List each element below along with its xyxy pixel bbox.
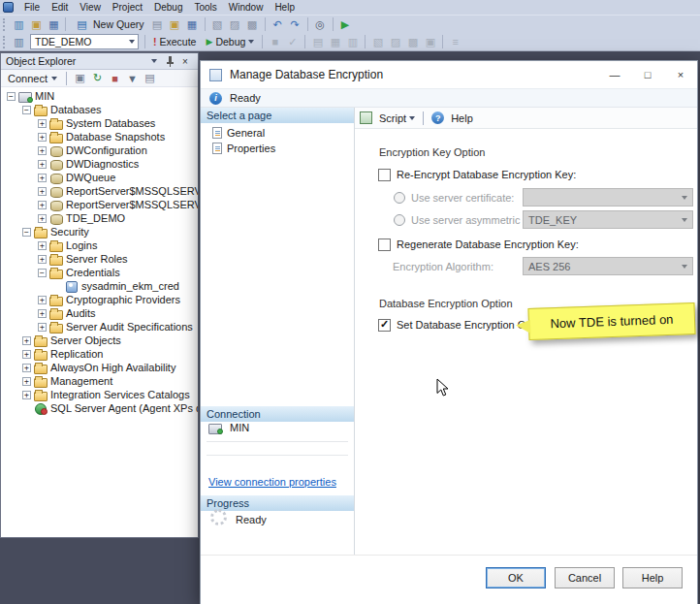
tree-item-min[interactable]: −MIN <box>1 89 198 103</box>
expand-icon[interactable]: + <box>38 146 47 155</box>
tree-item-credentials[interactable]: −Credentials <box>1 266 198 279</box>
results-grid-icon[interactable]: ▦ <box>327 34 343 49</box>
indent-icon[interactable]: ▩ <box>404 34 421 49</box>
collapse-icon[interactable]: − <box>22 228 31 237</box>
expand-icon[interactable]: + <box>38 309 47 318</box>
save-icon[interactable]: ▦ <box>46 16 62 32</box>
tree-item-dwqueue[interactable]: +DWQueue <box>1 171 198 184</box>
stop-icon[interactable]: ■ <box>107 71 123 86</box>
help-button[interactable]: Help <box>622 567 683 588</box>
help-toolbar-button[interactable]: Help <box>427 111 478 125</box>
outdent-icon[interactable]: ▣ <box>422 34 438 49</box>
expand-icon[interactable]: + <box>38 119 47 128</box>
page-item-general[interactable]: General <box>212 127 265 139</box>
tree-item-reportserver-mssqlserver[interactable]: +ReportServer$MSSQLSERVER <box>1 184 198 198</box>
toolbar-grip[interactable] <box>3 36 7 48</box>
tree-item-cryptographic-providers[interactable]: +Cryptographic Providers <box>1 293 198 306</box>
cancel-button[interactable]: Cancel <box>555 567 615 588</box>
find-icon[interactable]: ◎ <box>312 16 329 32</box>
paste-icon[interactable]: ▩ <box>244 16 261 32</box>
tree-item-databases[interactable]: −Databases <box>1 103 198 116</box>
page-item-properties[interactable]: Properties <box>212 143 275 154</box>
menu-file[interactable]: File <box>18 1 46 14</box>
available-databases-combo[interactable]: TDE_DEMO <box>30 34 139 49</box>
expand-icon[interactable]: + <box>38 241 47 250</box>
menu-tools[interactable]: Tools <box>188 1 222 14</box>
tree-item-security[interactable]: −Security <box>1 225 198 238</box>
expand-icon[interactable]: + <box>22 391 31 399</box>
view-connection-properties-link[interactable]: View connection properties <box>208 476 336 488</box>
tree-item-dwconfiguration[interactable]: +DWConfiguration <box>1 143 198 157</box>
tree-item-server-roles[interactable]: +Server Roles <box>1 252 198 266</box>
tree-item-integration-services-catalogs[interactable]: +Integration Services Catalogs <box>1 388 198 401</box>
refresh-icon[interactable]: ↻ <box>89 71 106 86</box>
debug-button[interactable]: ▶ Debug <box>201 35 259 48</box>
copy-icon[interactable]: ▨ <box>227 16 243 32</box>
ok-button[interactable]: OK <box>486 567 546 588</box>
expand-icon[interactable]: + <box>22 377 31 386</box>
redo-icon[interactable]: ↷ <box>287 16 303 32</box>
connect-button[interactable]: Connect <box>4 73 61 84</box>
cut-icon[interactable]: ▧ <box>209 16 226 32</box>
menu-window[interactable]: Window <box>223 1 270 14</box>
tree-item-database-snapshots[interactable]: +Database Snapshots <box>1 130 198 143</box>
open-project-icon[interactable]: ▥ <box>11 16 27 32</box>
parse-icon[interactable]: ✓ <box>284 34 301 49</box>
expand-icon[interactable]: + <box>38 255 47 264</box>
disconnect-icon[interactable]: ▣ <box>72 71 88 86</box>
tree-item-dwdiagnostics[interactable]: +DWDiagnostics <box>1 157 198 171</box>
close-button[interactable]: × <box>664 61 697 88</box>
dialog-titlebar[interactable]: Manage Database Encryption — □ × <box>201 61 697 88</box>
new-query-button[interactable]: ▤ New Query <box>69 16 149 33</box>
results-text-icon[interactable]: ▤ <box>309 34 326 49</box>
new-item-icon[interactable]: ▤ <box>149 16 166 32</box>
menu-edit[interactable]: Edit <box>46 1 74 14</box>
collapse-icon[interactable]: − <box>38 269 47 277</box>
expand-icon[interactable]: + <box>38 296 47 304</box>
query-options-icon[interactable]: ≡ <box>447 34 463 49</box>
report-icon[interactable]: ▤ <box>142 71 158 86</box>
menu-debug[interactable]: Debug <box>148 1 188 14</box>
tree-item-server-audit-specifications[interactable]: +Server Audit Specifications <box>1 320 198 334</box>
pin-button[interactable] <box>162 54 177 68</box>
expand-icon[interactable]: + <box>22 350 31 359</box>
tree-item-logins[interactable]: +Logins <box>1 238 198 252</box>
tree-item-alwayson-high-availability[interactable]: +AlwaysOn High Availability <box>1 361 198 374</box>
uncomment-icon[interactable]: ▨ <box>387 34 403 49</box>
tree-item-replication[interactable]: +Replication <box>1 347 198 361</box>
regenerate-key-checkbox[interactable] <box>378 238 391 251</box>
expand-icon[interactable]: + <box>38 187 47 196</box>
open-file-icon[interactable]: ▣ <box>28 16 45 32</box>
expand-icon[interactable]: + <box>38 174 47 182</box>
save-all-icon[interactable]: ▦ <box>184 16 201 32</box>
tree-item-sysadmin-ekm-cred[interactable]: sysadmin_ekm_cred <box>1 279 198 293</box>
expand-icon[interactable]: + <box>38 160 47 169</box>
maximize-button[interactable]: □ <box>631 61 664 88</box>
collapse-icon[interactable]: − <box>7 92 16 101</box>
tree-item-tde-demo[interactable]: +TDE_DEMO <box>1 211 198 225</box>
menu-project[interactable]: Project <box>107 1 148 14</box>
collapse-icon[interactable]: − <box>22 106 31 114</box>
expand-icon[interactable]: + <box>38 214 47 223</box>
available-databases-icon[interactable]: ▥ <box>11 34 27 49</box>
set-database-encryption-on-checkbox[interactable] <box>378 319 391 332</box>
minimize-button[interactable]: — <box>598 61 631 88</box>
comment-icon[interactable]: ▧ <box>369 34 386 49</box>
tree-item-reportserver-mssqlservertempdb[interactable]: +ReportServer$MSSQLSERVERTempDB <box>1 198 198 211</box>
script-button[interactable]: Script <box>355 111 420 125</box>
expand-icon[interactable]: + <box>38 201 47 209</box>
results-file-icon[interactable]: ▥ <box>344 34 361 49</box>
re-encrypt-checkbox[interactable] <box>378 169 391 181</box>
tree-item-sql-server-agent-agent-xps-disabled[interactable]: SQL Server Agent (Agent XPs disabled) <box>1 401 198 415</box>
expand-icon[interactable]: + <box>38 323 47 332</box>
expand-icon[interactable]: + <box>22 364 31 372</box>
filter-icon[interactable]: ▼ <box>124 71 141 86</box>
tree-item-management[interactable]: +Management <box>1 374 198 388</box>
toolbar-grip[interactable] <box>3 18 7 31</box>
window-position-button[interactable] <box>146 54 162 68</box>
close-button[interactable]: × <box>177 54 193 68</box>
expand-icon[interactable]: + <box>22 336 31 345</box>
undo-icon[interactable]: ↶ <box>270 16 286 32</box>
tree-item-system-databases[interactable]: +System Databases <box>1 116 198 130</box>
menu-help[interactable]: Help <box>269 1 301 14</box>
